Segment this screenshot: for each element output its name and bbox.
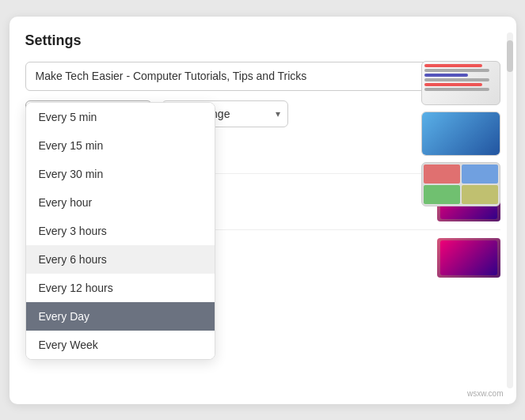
dropdown-item-every-day[interactable]: Every Day — [26, 302, 215, 331]
dropdown-item-every-week[interactable]: Every Week — [26, 331, 215, 359]
settings-panel: Settings Make Tech Easier - Computer Tut… — [10, 17, 516, 404]
dropdown-item-every-15-min[interactable]: Every 15 min — [26, 131, 215, 160]
dropdown-item-every-12-hours[interactable]: Every 12 hours — [26, 274, 215, 302]
thumb-line-6 — [424, 88, 490, 91]
thumbnail-1 — [421, 61, 500, 105]
thumb-line-3 — [424, 74, 468, 77]
thumbnail-3 — [421, 162, 500, 206]
thumbnails-column — [421, 61, 500, 206]
dropdown-item-every-5-min[interactable]: Every 5 min — [26, 103, 215, 131]
frequency-dropdown: Every 5 min Every 15 min Every 30 min Ev… — [25, 102, 215, 360]
scrollbar-track — [507, 32, 513, 388]
dropdown-item-every-6-hours[interactable]: Every 6 hours — [26, 245, 215, 274]
card-thumb-inner-2 — [440, 240, 497, 275]
thumb-line-5 — [424, 83, 483, 86]
thumb-img-2 — [422, 112, 500, 155]
thumb-line-4 — [424, 78, 490, 81]
page-title: Settings — [25, 32, 500, 49]
card-thumb-2 — [437, 238, 500, 278]
dropdown-item-every-hour[interactable]: Every hour — [26, 188, 215, 217]
thumbnail-2 — [421, 112, 500, 156]
dropdown-item-every-30-min[interactable]: Every 30 min — [26, 160, 215, 188]
scrollbar-thumb[interactable] — [507, 40, 513, 72]
thumb-line-2 — [424, 69, 490, 72]
dropdown-item-every-3-hours[interactable]: Every 3 hours — [26, 217, 215, 245]
thumb-line-1 — [424, 64, 483, 67]
url-display: Make Tech Easier - Computer Tutorials, T… — [36, 70, 480, 82]
watermark: wsxw.com — [467, 389, 504, 398]
